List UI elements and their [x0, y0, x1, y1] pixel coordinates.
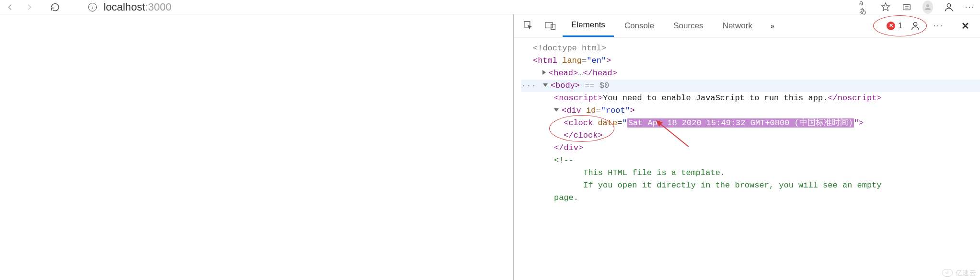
dom-clock-close[interactable]: </clock>	[521, 129, 980, 142]
dom-clock-open[interactable]: <clock date="Sat Apr 18 2020 15:49:32 GM…	[521, 117, 980, 129]
dom-div-root-close[interactable]: </div>	[521, 142, 980, 154]
error-icon: ✕	[887, 22, 895, 30]
back-button[interactable]	[5, 2, 15, 12]
watermark: ∞ 亿速云	[942, 267, 977, 279]
dom-html-open[interactable]: <html lang="en">	[521, 55, 980, 67]
tab-elements[interactable]: Elements	[563, 14, 614, 37]
browser-toolbar: i localhost:3000 aあ ···	[0, 0, 980, 14]
account-icon[interactable]	[944, 2, 954, 12]
dom-head[interactable]: <head>…</head>	[521, 67, 980, 80]
dom-body-open[interactable]: ··· <body> == $0	[521, 80, 980, 92]
devtools-close-icon[interactable]: ✕	[955, 20, 975, 32]
tab-network[interactable]: Network	[714, 14, 761, 37]
address-bar[interactable]: i localhost:3000	[88, 1, 172, 13]
svg-point-2	[947, 3, 950, 7]
watermark-logo-icon: ∞	[942, 269, 953, 277]
devtools-panel: Elements Console Sources Network » ✕ 1 ·…	[513, 14, 980, 280]
devtools-menu-icon[interactable]: ···	[928, 21, 948, 31]
forward-button[interactable]	[24, 2, 35, 12]
svg-rect-4	[545, 23, 553, 28]
svg-rect-5	[551, 24, 555, 29]
dom-doctype[interactable]: <!doctype html>	[521, 42, 980, 55]
dom-comment-open[interactable]: <!--	[521, 154, 980, 167]
device-toolbar-icon[interactable]	[541, 14, 561, 37]
dom-tree[interactable]: <!doctype html> <html lang="en"> <head>……	[514, 37, 980, 280]
url-text: localhost:3000	[104, 1, 172, 13]
profile-icon[interactable]	[922, 2, 933, 12]
error-indicator[interactable]: ✕ 1	[887, 22, 902, 30]
svg-rect-0	[903, 4, 911, 10]
site-info-icon[interactable]: i	[88, 3, 97, 12]
highlighted-date-value: Sat Apr 18 2020 15:49:32 GMT+0800 (中国标准时…	[627, 118, 854, 128]
svg-point-1	[926, 4, 929, 7]
page-viewport	[0, 14, 513, 280]
dom-div-root-open[interactable]: <div id="root">	[521, 105, 980, 117]
dom-comment-l1[interactable]: This HTML file is a template.	[521, 167, 980, 179]
collapse-icon[interactable]	[554, 108, 559, 112]
dom-comment-l2[interactable]: If you open it directly in the browser, …	[521, 179, 980, 192]
svg-point-6	[913, 22, 917, 25]
reload-button[interactable]	[50, 2, 60, 12]
devtools-tabstrip: Elements Console Sources Network » ✕ 1 ·…	[514, 14, 980, 37]
inspect-element-icon[interactable]	[519, 14, 539, 37]
dom-comment-l3[interactable]: page.	[521, 192, 980, 204]
tab-sources[interactable]: Sources	[665, 14, 712, 37]
tab-console[interactable]: Console	[616, 14, 663, 37]
dom-noscript[interactable]: <noscript>You need to enable JavaScript …	[521, 92, 980, 105]
translate-icon[interactable]: aあ	[859, 2, 870, 12]
error-count: 1	[898, 22, 902, 30]
expand-icon[interactable]	[542, 70, 546, 75]
toolbar-right-group: aあ ···	[859, 2, 975, 12]
collections-icon[interactable]	[901, 2, 912, 12]
tabs-overflow-icon[interactable]: »	[763, 14, 782, 37]
favorite-icon[interactable]	[880, 2, 891, 12]
collapse-icon[interactable]	[543, 83, 548, 87]
main-split: Elements Console Sources Network » ✕ 1 ·…	[0, 14, 980, 280]
devtools-account-icon[interactable]	[909, 21, 922, 31]
menu-icon[interactable]: ···	[965, 2, 975, 12]
